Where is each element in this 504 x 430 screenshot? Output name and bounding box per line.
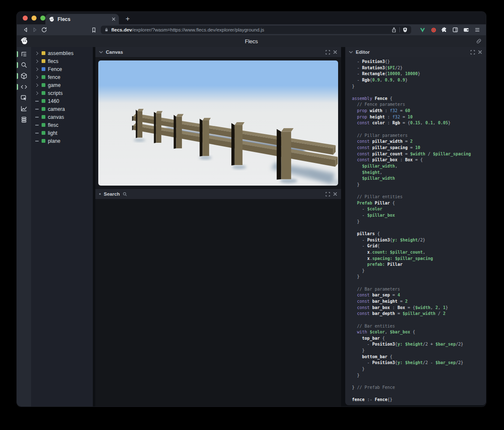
entity-label: Fence bbox=[48, 66, 62, 72]
code-editor[interactable]: - Position3{} - Rotation3{$PI/2} - Recta… bbox=[345, 57, 486, 405]
rail-search-button[interactable] bbox=[17, 60, 31, 71]
rail-entities-button[interactable] bbox=[17, 71, 31, 81]
code-line: } bbox=[352, 348, 486, 354]
forward-button[interactable] bbox=[30, 26, 39, 34]
tab-close-icon[interactable] bbox=[112, 17, 116, 21]
traffic-lights bbox=[23, 16, 45, 21]
rail-inspector-button[interactable] bbox=[17, 92, 31, 103]
tree-item-Fence[interactable]: Fence bbox=[31, 65, 93, 73]
code-line: x.spacing: $pillar_spacing bbox=[352, 256, 486, 262]
expand-chevron-icon[interactable] bbox=[35, 52, 39, 55]
search-panel-title: Search bbox=[104, 191, 120, 197]
new-tab-button[interactable]: + bbox=[123, 14, 133, 24]
fullscreen-icon[interactable] bbox=[326, 50, 330, 55]
code-line: } // Prefab Fence bbox=[352, 385, 486, 391]
stats-icon bbox=[20, 105, 28, 113]
code-line: x.count: $pillar_count, bbox=[352, 250, 486, 256]
chevron-down-icon[interactable] bbox=[349, 51, 353, 54]
vue-devtools-icon[interactable] bbox=[418, 26, 427, 34]
menu-icon[interactable] bbox=[472, 26, 482, 34]
entity-color-square bbox=[42, 115, 45, 119]
zoom-window-button[interactable] bbox=[40, 16, 45, 21]
permalink-icon[interactable] bbox=[476, 38, 482, 44]
tree-item-1460[interactable]: 1460 bbox=[31, 97, 93, 105]
tree-item-flecs[interactable]: flecs bbox=[31, 57, 93, 65]
tree-item-assemblies[interactable]: assemblies bbox=[31, 49, 93, 57]
code-line: - Rgb{0.9, 0.9, 0.9} bbox=[352, 78, 486, 84]
minimize-window-button[interactable] bbox=[32, 16, 37, 21]
expand-chevron-icon[interactable] bbox=[35, 76, 39, 79]
fence-3d-render[interactable] bbox=[98, 60, 338, 186]
url-path: /explorer/?wasm=https://www.flecs.dev/ex… bbox=[132, 27, 264, 32]
leaf-dash-icon bbox=[35, 133, 39, 134]
rail-code-button[interactable] bbox=[17, 81, 31, 92]
leaf-dash-icon bbox=[35, 117, 39, 118]
brave-shield-icon[interactable] bbox=[402, 27, 408, 33]
code-line: } bbox=[352, 219, 486, 225]
code-line: // Bar entities bbox=[352, 324, 486, 330]
code-line: const pillar_count = $width / $pillar_sp… bbox=[352, 152, 486, 158]
back-button[interactable] bbox=[21, 26, 30, 34]
active-panel-indicator bbox=[17, 73, 18, 79]
fullscreen-icon[interactable] bbox=[470, 50, 475, 55]
tree-item-light[interactable]: light bbox=[31, 129, 93, 137]
code-line bbox=[352, 281, 486, 287]
code-line bbox=[352, 188, 486, 194]
wallet-icon[interactable] bbox=[462, 26, 471, 34]
code-line: // Pillar parameters bbox=[352, 133, 486, 139]
reload-button[interactable] bbox=[39, 26, 49, 34]
app-header: Flecs bbox=[17, 35, 486, 47]
code-line: const bar_box : Box = {$width, 2, 1} bbox=[352, 305, 486, 312]
tree-item-canvas[interactable]: canvas bbox=[31, 113, 93, 121]
tree-item-scripts[interactable]: scripts bbox=[31, 89, 93, 97]
close-icon[interactable] bbox=[478, 50, 482, 54]
entity-color-square bbox=[42, 131, 45, 135]
expand-chevron-icon[interactable] bbox=[35, 92, 39, 94]
extensions-puzzle-icon[interactable] bbox=[440, 26, 449, 34]
search-panel-body[interactable] bbox=[95, 199, 341, 406]
bookmark-icon[interactable] bbox=[89, 26, 98, 34]
rail-stats-button[interactable] bbox=[17, 103, 31, 114]
divider bbox=[399, 27, 400, 32]
fullscreen-icon[interactable] bbox=[326, 192, 330, 197]
tab-title: Flecs bbox=[58, 16, 109, 22]
tree-item-flesc[interactable]: flesc bbox=[31, 121, 93, 129]
code-line: - Grid{ bbox=[352, 244, 486, 250]
canvas-panel-header[interactable]: Canvas bbox=[95, 47, 341, 57]
red-extension-icon[interactable] bbox=[429, 26, 438, 34]
code-line: // Pillar entities bbox=[352, 194, 486, 201]
entity-label: flecs bbox=[48, 58, 58, 64]
close-window-button[interactable] bbox=[23, 16, 28, 21]
code-line: } bbox=[352, 367, 486, 373]
tree-item-plane[interactable]: plane bbox=[31, 137, 93, 145]
center-column: Canvas bbox=[95, 47, 341, 406]
entities-icon bbox=[20, 72, 28, 80]
leaf-dash-icon bbox=[35, 125, 39, 126]
close-icon[interactable] bbox=[333, 50, 337, 54]
url-bar[interactable]: flecs.dev/explorer/?wasm=https://www.fle… bbox=[101, 26, 411, 34]
sidebar-toggle-icon[interactable] bbox=[451, 26, 460, 34]
chevron-down-icon[interactable] bbox=[99, 51, 103, 54]
entity-color-square bbox=[42, 107, 45, 111]
code-line: const color : Rgb = {0.15, 0.1, 0.05} bbox=[352, 121, 486, 127]
tree-item-game[interactable]: game bbox=[31, 81, 93, 89]
tree-item-fence[interactable]: fence bbox=[31, 73, 93, 81]
code-line: - Rotation3{$PI/2} bbox=[352, 66, 486, 72]
expand-chevron-icon[interactable] bbox=[35, 68, 39, 71]
tree-item-camera[interactable]: camera bbox=[31, 105, 93, 113]
code-line: bottom_bar { bbox=[352, 354, 486, 361]
code-line: Prefab Pillar { bbox=[352, 201, 486, 207]
share-icon[interactable] bbox=[391, 27, 397, 33]
code-line bbox=[352, 379, 486, 385]
code-line: top_bar { bbox=[352, 336, 486, 342]
expand-chevron-icon[interactable] bbox=[35, 60, 39, 63]
editor-panel-header[interactable]: Editor bbox=[345, 47, 486, 57]
leaf-dash-icon bbox=[35, 101, 39, 102]
search-panel-header[interactable]: Search bbox=[95, 189, 341, 199]
close-icon[interactable] bbox=[333, 192, 337, 196]
browser-tab[interactable]: Flecs bbox=[45, 14, 119, 24]
rail-outliner-button[interactable] bbox=[17, 49, 31, 60]
expand-chevron-icon[interactable] bbox=[35, 84, 39, 87]
rail-queries-button[interactable] bbox=[17, 114, 31, 125]
entity-color-square bbox=[42, 91, 45, 95]
